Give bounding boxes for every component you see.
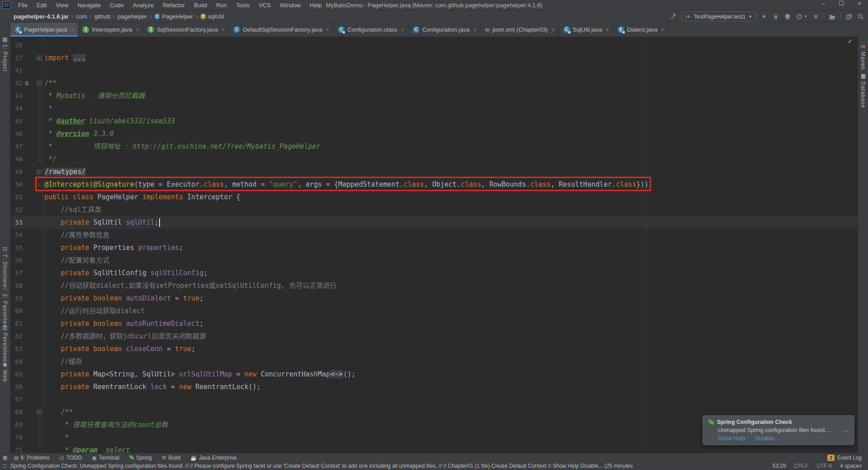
tab-sqlutil-java[interactable]: CSqlUtil.java× xyxy=(559,23,613,37)
show-help-link[interactable]: Show Help xyxy=(718,435,745,442)
breadcrumb-item-pagehelper[interactable]: CPageHelper xyxy=(154,13,193,20)
code-line-46[interactable]: 46 * @version 3.3.0 xyxy=(10,127,858,140)
tool-window-button-build[interactable]: ⚒Build xyxy=(162,455,181,461)
build-hammer-icon[interactable] xyxy=(670,13,677,20)
breadcrumb-item-sqlutil[interactable]: fsqlUtil xyxy=(200,13,224,20)
tab-close-icon[interactable]: × xyxy=(606,27,609,33)
menu-item-analyze[interactable]: Analyze xyxy=(129,1,158,9)
code-line-66[interactable]: 66 private ReentrantLock lock = new Reen… xyxy=(10,381,858,393)
code-line-44[interactable]: 44 * xyxy=(10,102,858,115)
code-line-55[interactable]: 55 private Properties properties; xyxy=(10,241,858,254)
tool-window-button-spring[interactable]: Spring xyxy=(129,455,152,461)
menu-item-window[interactable]: Window xyxy=(276,1,305,9)
menu-item-edit[interactable]: Edit xyxy=(33,1,51,9)
menu-item-build[interactable]: Build xyxy=(190,1,211,9)
indent-setting[interactable]: 4 spaces xyxy=(840,463,862,469)
code-line-54[interactable]: 54 //属性参数信息 xyxy=(10,229,858,241)
file-encoding[interactable]: UTF-8 xyxy=(816,463,832,469)
code-line-60[interactable]: 60 //运行时自动获取dialect xyxy=(10,305,858,317)
tool-window-button-6-problems[interactable]: ▤6: Problems xyxy=(14,455,49,461)
tab-close-icon[interactable]: × xyxy=(222,27,225,33)
fold-marker-icon[interactable]: − xyxy=(37,81,42,86)
menu-item-navigate[interactable]: Navigate xyxy=(73,1,104,9)
tab-configuration-class[interactable]: CConfiguration.class× xyxy=(334,23,409,37)
code-line-26[interactable]: 26 xyxy=(10,39,858,52)
breadcrumb-item-github[interactable]: github xyxy=(94,13,110,20)
code-line-41[interactable]: 41 xyxy=(10,64,858,77)
menu-item-refactor[interactable]: Refactor xyxy=(159,1,189,9)
code-line-49[interactable]: 49−/rawtypes/ xyxy=(10,165,858,178)
tool-window-button-maven[interactable]: mMaven xyxy=(858,43,868,70)
tab-close-icon[interactable]: × xyxy=(326,27,329,33)
tab-close-icon[interactable]: × xyxy=(661,27,664,33)
code-line-27[interactable]: 27+import ... xyxy=(10,52,858,64)
code-line-59[interactable]: 59 private boolean autoDialect = true; xyxy=(10,292,858,305)
tab-sqlsessionfactory-java[interactable]: ISqlSessionFactory.java× xyxy=(143,23,229,37)
code-line-65[interactable]: 65 private Map<String, SqlUtil> urlSqlUt… xyxy=(10,368,858,381)
tab-close-icon[interactable]: × xyxy=(136,27,139,33)
coverage-icon[interactable] xyxy=(784,13,791,20)
code-line-67[interactable]: 67 xyxy=(10,393,858,406)
code-line-42[interactable]: 42≣−/** xyxy=(10,77,858,89)
tab-close-icon[interactable]: × xyxy=(552,27,555,33)
restore-layout-icon[interactable] xyxy=(845,13,853,20)
tool-window-button-1-project[interactable]: ▦1: Project xyxy=(0,36,10,72)
code-line-63[interactable]: 63 private boolean closeConn = true; xyxy=(10,343,858,355)
code-line-64[interactable]: 64 //缓存 xyxy=(10,355,858,368)
tool-window-button-terminal[interactable]: ▣Terminal xyxy=(92,455,119,461)
minimize-icon[interactable]: – xyxy=(819,0,827,7)
code-line-43[interactable]: 43 * Mybatis - 通用分页拦截器 xyxy=(10,89,858,102)
event-log-button[interactable]: 2 Event Log xyxy=(827,455,862,461)
tool-window-switcher-icon[interactable]: ▦ xyxy=(3,455,7,461)
code-line-45[interactable]: 45 * @author liuzh/abel533/isea533 xyxy=(10,115,858,127)
tool-window-button-todo[interactable]: ☑TODO xyxy=(60,455,82,461)
fold-marker-icon[interactable]: + xyxy=(37,56,42,61)
tool-window-button-persistence[interactable]: ▤Persistence xyxy=(0,324,10,366)
code-line-58[interactable]: 58 //自动获取dialect,如果没有setProperties或setSq… xyxy=(10,279,858,292)
tab-configuration-java[interactable]: CConfiguration.java× xyxy=(409,23,481,37)
code-line-52[interactable]: 52 //sql工具类 xyxy=(10,203,858,216)
close-icon[interactable]: × xyxy=(855,0,863,7)
code-line-51[interactable]: 51public class PageHelper implements Int… xyxy=(10,191,858,203)
menu-item-tools[interactable]: Tools xyxy=(232,1,254,9)
tab-pom-xml-chapter03[interactable]: mpom.xml (Chapter03)× xyxy=(481,23,559,37)
code-line-47[interactable]: 47 * 项目地址 : http://git.oschina.net/free/… xyxy=(10,140,858,153)
chevron-down-icon[interactable]: ⌄ xyxy=(844,427,849,433)
breadcrumb-item-pagehelper-4-1-6-jar[interactable]: pagehelper-4.1.6.jar xyxy=(14,13,69,20)
tool-window-button-database[interactable]: Database xyxy=(858,73,868,108)
menu-item-run[interactable]: Run xyxy=(212,1,231,9)
code-editor[interactable]: 2627+import ...4142≣−/**43 * Mybatis - 通… xyxy=(10,37,858,453)
menu-item-code[interactable]: Code xyxy=(106,1,128,9)
caret-position[interactable]: 53:29 xyxy=(773,463,786,469)
line-separator[interactable]: CRLF xyxy=(794,463,808,469)
menu-item-help[interactable]: Help xyxy=(306,1,326,9)
debug-icon[interactable] xyxy=(772,13,779,20)
tab-dialect-java[interactable]: EDialect.java× xyxy=(613,23,669,37)
code-line-61[interactable]: 61 private boolean autoRuntimeDialect; xyxy=(10,317,858,330)
profiler-chevron-icon[interactable]: ▼ xyxy=(804,14,807,19)
project-structure-icon[interactable] xyxy=(829,13,836,20)
code-line-48[interactable]: 48 */ xyxy=(10,153,858,165)
tab-close-icon[interactable]: × xyxy=(71,27,74,33)
menu-item-vcs[interactable]: VCS xyxy=(255,1,275,9)
tab-interceptor-java[interactable]: IInterceptor.java× xyxy=(78,23,143,37)
code-line-53[interactable]: 53 private SqlUtil sqlUtil; xyxy=(10,216,858,229)
code-line-62[interactable]: 62 //多数据源时，获取jdbcurl后是否关闭数据源 xyxy=(10,330,858,343)
tab-pagehelper-java[interactable]: CPageHelper.java× xyxy=(10,23,78,37)
run-configuration-select[interactable]: TestPageHelper.test1▼ xyxy=(681,11,756,22)
tool-window-button-web[interactable]: ◉Web xyxy=(0,362,10,382)
tab-close-icon[interactable]: × xyxy=(473,27,476,33)
tab-defaultsqlsessionfactory-java[interactable]: CDefaultSqlSessionFactory.java× xyxy=(229,23,334,37)
code-line-57[interactable]: 57 private SqlUtilConfig sqlUtilConfig; xyxy=(10,267,858,279)
tool-window-button-java-enterprise[interactable]: ☕Java Enterprise xyxy=(190,455,236,461)
tool-window-button-7-structure[interactable]: ⊟7: Structure xyxy=(0,246,10,287)
fold-marker-icon[interactable]: − xyxy=(37,410,42,415)
tab-close-icon[interactable]: × xyxy=(401,27,404,33)
menu-item-view[interactable]: View xyxy=(52,1,72,9)
menu-item-file[interactable]: File xyxy=(14,1,32,9)
breadcrumb-item-pagehelper[interactable]: pagehelper xyxy=(118,13,147,20)
disable-link[interactable]: Disable... xyxy=(755,435,778,442)
search-everywhere-icon[interactable] xyxy=(857,13,864,20)
run-icon[interactable] xyxy=(760,13,768,20)
tool-window-button-2-favorites[interactable]: ☆2: Favorites xyxy=(0,286,10,328)
